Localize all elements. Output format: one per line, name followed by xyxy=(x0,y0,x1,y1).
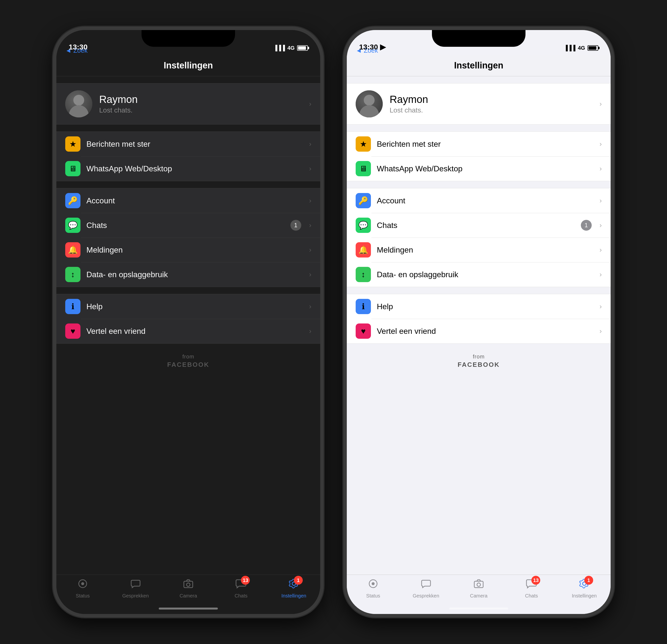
chevron-icon: › xyxy=(600,100,602,108)
facebook-footer: from FACEBOOK xyxy=(347,344,611,373)
menu-label-bell: Meldingen xyxy=(377,245,593,255)
tab-status[interactable]: Status xyxy=(56,578,109,599)
svg-point-1 xyxy=(81,582,84,585)
profile-row[interactable]: Raymon Lost chats. › xyxy=(347,83,611,124)
tab-icon-instellingen: 1 xyxy=(289,578,299,592)
tab-gesprekken[interactable]: Gesprekken xyxy=(400,578,452,599)
home-indicator xyxy=(449,608,508,610)
settings-list[interactable]: Raymon Lost chats. › ★Berichten met ster… xyxy=(347,76,611,575)
tab-label-gesprekken: Gesprekken xyxy=(122,593,149,599)
menu-item-star[interactable]: ★Berichten met ster› xyxy=(56,132,320,156)
profile-status: Lost chats. xyxy=(99,106,302,114)
menu-label-laptop: WhatsApp Web/Desktop xyxy=(86,164,303,173)
battery-icon xyxy=(587,45,598,51)
network-label: 4G xyxy=(288,45,295,51)
help-icon: ℹ xyxy=(356,299,371,314)
bell-icon: 🔔 xyxy=(65,242,81,258)
tab-camera[interactable]: Camera xyxy=(452,578,505,599)
menu-label-heart: Vertel een vriend xyxy=(86,327,303,336)
profile-section[interactable]: Raymon Lost chats. › xyxy=(56,83,320,125)
badge-whatsapp: 1 xyxy=(290,220,301,231)
menu-item-bell[interactable]: 🔔Meldingen› xyxy=(347,238,611,262)
menu-label-key: Account xyxy=(377,196,593,205)
menu-item-heart[interactable]: ♥Vertel een vriend› xyxy=(56,319,320,343)
menu-item-heart[interactable]: ♥Vertel een vriend› xyxy=(347,319,611,343)
settings-list[interactable]: Raymon Lost chats. › ★Berichten met ster… xyxy=(56,76,320,575)
profile-status: Lost chats. xyxy=(390,106,593,114)
profile-info: Raymon Lost chats. xyxy=(99,94,302,114)
chevron-icon: › xyxy=(309,197,311,205)
chevron-icon: › xyxy=(600,165,602,173)
tab-instellingen[interactable]: 1Instellingen xyxy=(267,578,320,599)
menu-item-laptop[interactable]: 🖥WhatsApp Web/Desktop› xyxy=(347,156,611,181)
tab-label-instellingen: Instellingen xyxy=(572,593,597,599)
menu-label-laptop: WhatsApp Web/Desktop xyxy=(377,164,593,173)
help-icon: ℹ xyxy=(65,299,81,314)
tab-gesprekken[interactable]: Gesprekken xyxy=(109,578,162,599)
heart-icon: ♥ xyxy=(356,323,371,339)
whatsapp-icon: 💬 xyxy=(356,218,371,233)
menu-item-whatsapp[interactable]: 💬Chats1› xyxy=(56,213,320,238)
menu-label-heart: Vertel een vriend xyxy=(377,327,593,336)
avatar xyxy=(65,90,92,117)
tab-chats[interactable]: 13Chats xyxy=(215,578,267,599)
menu-item-star[interactable]: ★Berichten met ster› xyxy=(347,132,611,156)
menu-label-data: Data- en opslaggebruik xyxy=(377,270,593,279)
menu-label-help: Help xyxy=(86,302,303,311)
chevron-icon: › xyxy=(309,271,311,278)
menu-item-data[interactable]: ↕Data- en opslaggebruik› xyxy=(56,262,320,287)
tab-badge-chats: 13 xyxy=(531,576,540,585)
tab-chats[interactable]: 13Chats xyxy=(505,578,558,599)
menu-item-laptop[interactable]: 🖥WhatsApp Web/Desktop› xyxy=(56,156,320,181)
avatar xyxy=(356,90,383,117)
chevron-icon: › xyxy=(600,221,602,229)
whatsapp-icon: 💬 xyxy=(65,218,81,233)
tab-label-status: Status xyxy=(366,593,380,599)
tab-icon-chats: 13 xyxy=(235,578,246,592)
tab-label-chats: Chats xyxy=(234,593,247,599)
menu-item-help[interactable]: ℹHelp› xyxy=(347,294,611,319)
from-label: from xyxy=(347,354,611,360)
svg-point-3 xyxy=(186,583,190,586)
notch xyxy=(432,30,525,47)
tab-icon-gesprekken xyxy=(130,578,141,592)
menu-label-whatsapp: Chats xyxy=(86,221,284,230)
menu-group-1: 🔑Account›💬Chats1›🔔Meldingen›↕Data- en op… xyxy=(56,188,320,287)
menu-group-0: ★Berichten met ster›🖥WhatsApp Web/Deskto… xyxy=(347,131,611,181)
menu-item-help[interactable]: ℹHelp› xyxy=(56,294,320,319)
menu-group-0: ★Berichten met ster›🖥WhatsApp Web/Deskto… xyxy=(56,131,320,181)
signal-icon: ▐▐▐ xyxy=(274,45,285,51)
tab-instellingen[interactable]: 1Instellingen xyxy=(558,578,611,599)
star-icon: ★ xyxy=(65,136,81,152)
menu-item-whatsapp[interactable]: 💬Chats1› xyxy=(347,213,611,238)
phone-light: 13:30 ▶ ▐▐▐ 4G ◄ ZoekInstellingen Raymon… xyxy=(343,27,614,617)
menu-label-data: Data- en opslaggebruik xyxy=(86,270,303,279)
notch xyxy=(142,30,235,47)
chevron-icon: › xyxy=(600,271,602,278)
menu-item-key[interactable]: 🔑Account› xyxy=(56,188,320,213)
data-icon: ↕ xyxy=(65,267,81,282)
chevron-icon: › xyxy=(600,327,602,335)
page-title: Instellingen xyxy=(454,60,503,71)
menu-item-bell[interactable]: 🔔Meldingen› xyxy=(56,238,320,262)
star-icon: ★ xyxy=(356,136,371,152)
menu-group-2: ℹHelp›♥Vertel een vriend› xyxy=(347,294,611,344)
heart-icon: ♥ xyxy=(65,323,81,339)
facebook-brand: FACEBOOK xyxy=(347,361,611,369)
badge-whatsapp: 1 xyxy=(581,220,592,231)
tab-icon-gesprekken xyxy=(421,578,432,592)
profile-row[interactable]: Raymon Lost chats. › xyxy=(56,83,320,124)
menu-item-data[interactable]: ↕Data- en opslaggebruik› xyxy=(347,262,611,287)
tab-status[interactable]: Status xyxy=(347,578,400,599)
profile-info: Raymon Lost chats. xyxy=(390,94,593,114)
tab-icon-camera xyxy=(183,578,194,592)
tab-badge-chats: 13 xyxy=(241,576,250,585)
key-icon: 🔑 xyxy=(65,193,81,208)
menu-item-key[interactable]: 🔑Account› xyxy=(347,188,611,213)
menu-label-bell: Meldingen xyxy=(86,245,303,255)
profile-section[interactable]: Raymon Lost chats. › xyxy=(347,83,611,125)
screen: 13:30 ▶ ▐▐▐ 4G ◄ ZoekInstellingen Raymon… xyxy=(347,30,611,614)
tab-label-instellingen: Instellingen xyxy=(281,593,306,599)
tab-camera[interactable]: Camera xyxy=(162,578,215,599)
screen: 13:30 ▐▐▐ 4G ◄ ZoekInstellingen Raymon L… xyxy=(56,30,320,614)
